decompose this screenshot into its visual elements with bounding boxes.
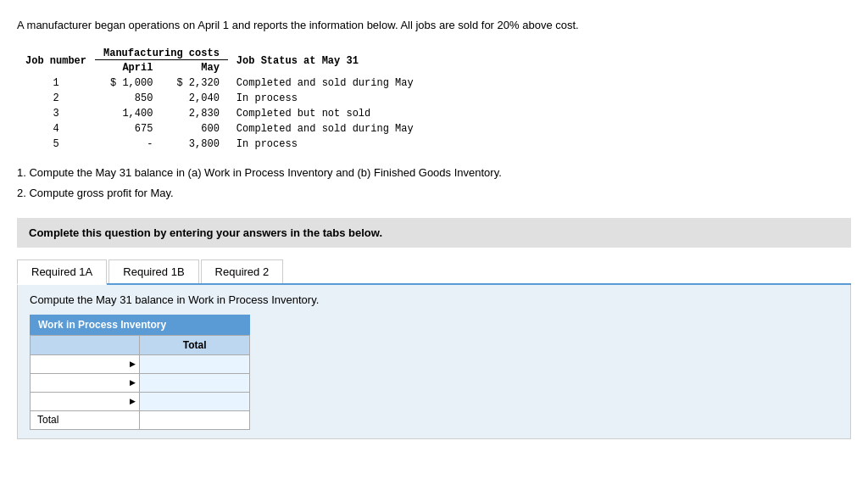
tab-instruction: Compute the May 31 balance in Work in Pr… xyxy=(30,293,838,306)
wip-total-row: Total xyxy=(31,410,250,429)
question-1: 1. Compute the May 31 balance in (a) Wor… xyxy=(17,164,851,182)
tabs-row: Required 1ARequired 1BRequired 2 xyxy=(17,259,851,285)
wip-row-value[interactable] xyxy=(140,392,250,410)
job-number: 4 xyxy=(17,121,95,137)
mfg-costs-header: Manufacturing costs xyxy=(95,46,228,60)
wip-table: Total Total xyxy=(30,335,250,430)
wip-total-value[interactable] xyxy=(140,410,250,429)
wip-section-title: Work in Process Inventory xyxy=(30,315,250,335)
wip-row-value[interactable] xyxy=(140,373,250,392)
wip-total-label: Total xyxy=(31,410,140,429)
table-row: 3 1,400 2,830 Completed but not sold xyxy=(17,106,422,121)
col-job-header: Job number xyxy=(17,46,95,75)
tab-2[interactable]: Required 2 xyxy=(201,259,284,283)
wip-row-label[interactable] xyxy=(31,392,140,410)
table-row: 4 675 600 Completed and sold during May xyxy=(17,121,422,137)
wip-row xyxy=(31,373,250,392)
may-cost: 2,040 xyxy=(161,91,227,106)
col-status-header: Job Status at May 31 xyxy=(228,46,422,75)
job-status: Completed and sold during May xyxy=(228,121,422,137)
question-2: 2. Compute gross profit for May. xyxy=(17,184,851,203)
table-row: 1 $ 1,000 $ 2,320 Completed and sold dur… xyxy=(17,75,422,91)
may-cost: $ 2,320 xyxy=(161,75,227,91)
col-april-header: April xyxy=(95,59,161,75)
questions-section: 1. Compute the May 31 balance in (a) Wor… xyxy=(17,164,851,203)
job-status: Completed but not sold xyxy=(228,106,422,121)
wip-col-total: Total xyxy=(140,335,250,354)
col-may-header: May xyxy=(161,59,227,75)
manufacturing-table: Job number Manufacturing costs Job Statu… xyxy=(17,46,422,152)
april-cost: 1,400 xyxy=(95,106,161,121)
tab-1a[interactable]: Required 1A xyxy=(17,259,107,285)
job-number: 2 xyxy=(17,91,95,106)
tab-1b[interactable]: Required 1B xyxy=(108,259,198,283)
wip-row-label[interactable] xyxy=(31,373,140,392)
job-status: In process xyxy=(228,137,422,152)
wip-row xyxy=(31,354,250,373)
tab-content: Compute the May 31 balance in Work in Pr… xyxy=(17,285,851,439)
april-cost: $ 1,000 xyxy=(95,75,161,91)
april-cost: 675 xyxy=(95,121,161,137)
tabs-container: Required 1ARequired 1BRequired 2 Compute… xyxy=(17,259,851,439)
table-row: 2 850 2,040 In process xyxy=(17,91,422,106)
wip-table-container: Work in Process Inventory Total xyxy=(30,315,838,430)
table-row: 5 - 3,800 In process xyxy=(17,137,422,152)
job-status: In process xyxy=(228,91,422,106)
april-cost: - xyxy=(95,137,161,152)
job-number: 1 xyxy=(17,75,95,91)
april-cost: 850 xyxy=(95,91,161,106)
may-cost: 600 xyxy=(161,121,227,137)
may-cost: 3,800 xyxy=(161,137,227,152)
wip-row-label[interactable] xyxy=(31,354,140,373)
job-number: 3 xyxy=(17,106,95,121)
may-cost: 2,830 xyxy=(161,106,227,121)
job-number: 5 xyxy=(17,137,95,152)
wip-row xyxy=(31,392,250,410)
wip-row-value[interactable] xyxy=(140,354,250,373)
wip-col-empty xyxy=(31,335,140,354)
job-status: Completed and sold during May xyxy=(228,75,422,91)
intro-text: A manufacturer began operations on April… xyxy=(17,17,851,34)
complete-banner: Complete this question by entering your … xyxy=(17,218,851,248)
